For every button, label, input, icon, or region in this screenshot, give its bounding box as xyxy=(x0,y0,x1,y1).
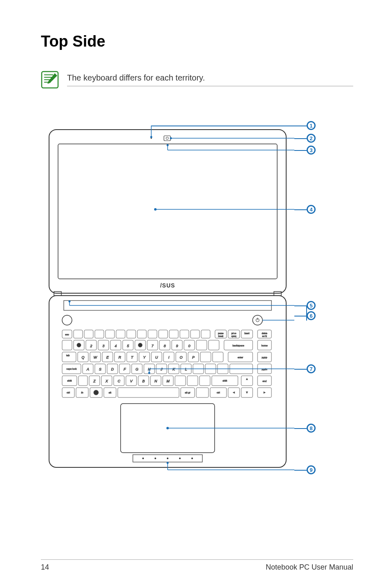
callout-5: 5 xyxy=(307,301,316,310)
page-title: Top Side xyxy=(41,33,353,50)
svg-rect-125 xyxy=(78,376,87,386)
svg-text:ctrl: ctrl xyxy=(217,391,220,394)
laptop-diagram: /SUS esc xyxy=(41,113,360,481)
svg-point-12 xyxy=(62,315,72,325)
svg-text:X: X xyxy=(105,379,108,383)
svg-point-172 xyxy=(155,458,156,459)
svg-text:4: 4 xyxy=(114,344,117,348)
svg-text:D: D xyxy=(111,367,114,371)
callout-3: 3 xyxy=(307,146,316,155)
svg-text:◂: ◂ xyxy=(233,391,235,394)
svg-text:scr lk: scr lk xyxy=(262,335,267,337)
svg-text:shift: shift xyxy=(67,379,72,382)
svg-text:W: W xyxy=(94,355,98,359)
svg-text:Y: Y xyxy=(143,355,146,359)
svg-point-44 xyxy=(77,343,81,347)
svg-text:S: S xyxy=(99,367,101,371)
svg-text:insert: insert xyxy=(244,332,250,334)
page-footer: 14 Notebook PC User Manual xyxy=(41,559,353,572)
svg-rect-64 xyxy=(208,340,219,350)
page-number: 14 xyxy=(41,563,49,572)
svg-rect-18 xyxy=(74,330,83,338)
svg-text:J: J xyxy=(160,367,163,371)
svg-text:L: L xyxy=(185,367,187,371)
svg-text:pgup: pgup xyxy=(262,356,267,359)
svg-text:esc: esc xyxy=(65,333,69,336)
svg-point-175 xyxy=(191,458,193,459)
svg-rect-26 xyxy=(159,330,168,338)
svg-rect-23 xyxy=(127,330,136,338)
svg-rect-21 xyxy=(105,330,114,338)
svg-text:T: T xyxy=(131,355,134,359)
svg-text:end: end xyxy=(262,380,267,382)
svg-text:sysrq: sysrq xyxy=(231,335,236,337)
svg-text:alt gr: alt gr xyxy=(185,391,190,394)
svg-text:3: 3 xyxy=(102,344,104,348)
svg-rect-20 xyxy=(95,330,104,338)
svg-text:caps lock: caps lock xyxy=(66,368,77,370)
callout-6: 6 xyxy=(307,311,316,320)
svg-text:backspace: backspace xyxy=(233,344,244,347)
svg-text:F: F xyxy=(123,367,126,371)
svg-rect-160 xyxy=(196,388,208,397)
svg-point-154 xyxy=(94,390,99,395)
svg-text:2: 2 xyxy=(90,344,92,348)
svg-rect-91 xyxy=(200,352,211,362)
svg-rect-27 xyxy=(169,330,178,338)
svg-text:enter: enter xyxy=(238,356,243,359)
svg-text:V: V xyxy=(130,379,133,383)
svg-text:E: E xyxy=(106,355,109,359)
svg-rect-19 xyxy=(84,330,93,338)
svg-text:pause: pause xyxy=(218,332,224,334)
svg-text:alt: alt xyxy=(109,391,112,394)
svg-rect-28 xyxy=(180,330,189,338)
svg-text:O: O xyxy=(179,355,182,359)
svg-text:pgdn: pgdn xyxy=(262,368,267,370)
svg-point-173 xyxy=(167,458,168,459)
svg-text:▸: ▸ xyxy=(264,391,265,394)
note-icon xyxy=(41,71,59,89)
callout-7: 7 xyxy=(307,364,316,373)
svg-point-171 xyxy=(142,458,144,459)
svg-text:delete: delete xyxy=(262,332,267,334)
callout-2: 2 xyxy=(307,134,316,143)
svg-text:9: 9 xyxy=(176,344,178,348)
svg-text:0: 0 xyxy=(188,344,190,348)
svg-text:▴: ▴ xyxy=(246,377,248,381)
svg-text:break: break xyxy=(218,335,224,337)
svg-text:home: home xyxy=(261,344,268,347)
svg-point-177 xyxy=(150,136,152,138)
svg-text:fn: fn xyxy=(81,391,83,394)
svg-text:R: R xyxy=(119,355,121,359)
svg-point-54 xyxy=(138,343,142,347)
svg-text:/SUS: /SUS xyxy=(160,282,175,289)
callout-4: 4 xyxy=(307,205,316,214)
svg-text:▾: ▾ xyxy=(246,391,248,394)
svg-text:A: A xyxy=(86,367,89,371)
svg-point-4 xyxy=(166,137,168,139)
svg-text:shift: shift xyxy=(222,379,227,382)
svg-text:5: 5 xyxy=(127,344,129,348)
svg-rect-157 xyxy=(118,388,179,397)
svg-text:I: I xyxy=(168,355,170,359)
svg-point-174 xyxy=(179,458,181,459)
svg-text:C: C xyxy=(118,379,121,383)
svg-rect-29 xyxy=(191,330,199,338)
svg-rect-25 xyxy=(148,330,157,338)
svg-rect-141 xyxy=(187,376,198,386)
svg-text:K: K xyxy=(173,367,175,371)
svg-point-196 xyxy=(167,462,169,464)
svg-rect-30 xyxy=(201,330,210,338)
svg-rect-24 xyxy=(137,330,146,338)
svg-rect-3 xyxy=(164,136,170,141)
svg-text:tab: tab xyxy=(66,354,70,357)
note-text: The keyboard differs for each territory. xyxy=(67,73,205,82)
svg-point-179 xyxy=(170,137,172,139)
svg-rect-69 xyxy=(62,352,76,362)
svg-point-191 xyxy=(148,372,150,374)
svg-text:G: G xyxy=(135,367,138,371)
svg-text:M: M xyxy=(166,379,170,383)
svg-rect-92 xyxy=(213,352,223,362)
svg-text:P: P xyxy=(192,355,195,359)
svg-rect-42 xyxy=(62,340,72,350)
